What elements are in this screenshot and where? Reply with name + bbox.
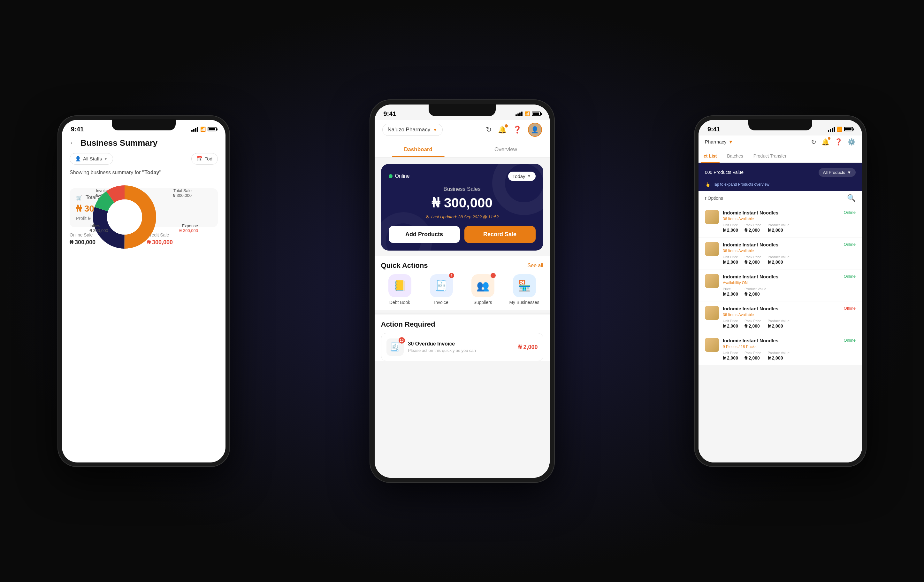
products-value-text: 000 Products Value: [705, 170, 744, 175]
product-thumbnail: [705, 210, 719, 224]
product-thumbnail: [705, 242, 719, 256]
bar1: [191, 130, 193, 132]
businesses-icon-box: 🏪: [513, 274, 536, 297]
cart-icon: 🛒: [76, 195, 82, 201]
pharmacy-name: Na'uzo Pharmacy: [388, 127, 431, 133]
suppliers-badge: !: [490, 273, 496, 278]
refresh-icon[interactable]: ↻: [486, 126, 492, 134]
bar4: [197, 127, 198, 132]
tab-dashboard[interactable]: Dashboard: [375, 142, 462, 157]
tab-product-list[interactable]: ct List: [698, 150, 722, 162]
right-wifi-icon: 📶: [837, 127, 842, 132]
center-screen: 9:41 📶 Na'uzo Pharmac: [375, 104, 549, 478]
debt-book-icon-box: 📒: [388, 274, 411, 297]
inflow-label: Inflow ₦ 300,000: [89, 223, 108, 233]
left-screen: 9:41 📶 ← Business Summar: [62, 120, 226, 463]
product-availability: 36 Items Available: [723, 217, 856, 221]
quick-actions-section: Quick Actions See all 📒 Debt Book 🧾 !: [375, 256, 549, 310]
all-products-dropdown[interactable]: All Products ▼: [818, 168, 856, 177]
overdue-invoice-card[interactable]: 🧾 10 30 Overdue Invoice Please act on th…: [381, 333, 543, 361]
product-prices: Price ₦ 2,000 Product Value ₦ 2,000: [723, 287, 856, 297]
product-status: Online: [843, 242, 856, 247]
center-battery: [532, 112, 541, 116]
center-wifi-icon: 📶: [525, 111, 530, 116]
center-notch: [429, 104, 496, 116]
staff-icon: 👤: [75, 156, 81, 162]
bell-icon[interactable]: 🔔: [498, 126, 507, 134]
suppliers-label: Suppliers: [474, 300, 492, 305]
left-status-icons: 📶: [191, 127, 216, 132]
businesses-icon: 🏪: [518, 279, 531, 292]
product-item[interactable]: Indomie Instant Noodles Offline 36 Items…: [698, 301, 862, 333]
action-icons-row: 📒 Debt Book 🧾 ! Invoice 👥: [381, 274, 543, 305]
filter-options-text: r Options: [705, 195, 723, 201]
product-item[interactable]: Indomie Instant Noodles Online 36 Items …: [698, 238, 862, 270]
svg-point-5: [107, 199, 142, 235]
donut-labels: Invoice ₦ 300,000 Total Sale ₦ 300,000: [89, 182, 198, 252]
staff-arrow-icon: ▼: [104, 157, 108, 161]
right-phone: 9:41 📶 Pharmacy: [694, 116, 866, 467]
see-all-link[interactable]: See all: [528, 263, 543, 268]
product-availability: 36 Items Available: [723, 249, 856, 253]
search-icon[interactable]: 🔍: [847, 194, 856, 202]
all-products-arrow-icon: ▼: [847, 170, 851, 175]
product-item[interactable]: Indomie Instant Noodles Online 36 Items …: [698, 205, 862, 238]
action-businesses[interactable]: 🏪 My Businesses: [506, 274, 543, 305]
invoice-title: 30 Overdue Invoice: [408, 341, 514, 347]
avatar[interactable]: 👤: [528, 123, 542, 137]
tab-product-transfer[interactable]: Product Transfer: [748, 150, 792, 162]
right-bell-icon[interactable]: 🔔: [822, 138, 830, 146]
calendar-icon: 📅: [197, 156, 203, 162]
right-tabs: ct List Batches Product Transfer: [698, 150, 862, 163]
product-item[interactable]: Indomie Instant Noodles Online Availabil…: [698, 270, 862, 301]
product-prices: Unit Price ₦ 2,000 Pack Price ₦ 2,000 Pr…: [723, 319, 856, 329]
expand-text: Tap to expand Products overview: [713, 182, 769, 187]
tab-overview[interactable]: Overview: [462, 142, 549, 157]
product-name: Indomie Instant Noodles: [723, 338, 778, 343]
product-thumbnail: [705, 338, 719, 352]
product-item[interactable]: Indomie Instant Noodles Online 9 Pieces …: [698, 333, 862, 365]
action-required-section: Action Required 🧾 10 30 Overdue Invoice …: [375, 314, 549, 361]
left-phone: 9:41 📶 ← Business Summar: [58, 116, 230, 467]
left-signal: [191, 127, 198, 132]
tab-batches[interactable]: Batches: [722, 150, 748, 162]
invoice-info: 30 Overdue Invoice Please act on this qu…: [408, 341, 514, 353]
products-expand-row[interactable]: 👆 Tap to expand Products overview: [698, 182, 862, 191]
product-name: Indomie Instant Noodles: [723, 274, 778, 279]
action-suppliers[interactable]: 👥 ! Suppliers: [464, 274, 502, 305]
action-invoice[interactable]: 🧾 ! Invoice: [422, 274, 460, 305]
debt-book-label: Debt Book: [389, 300, 410, 305]
product-thumbnail: [705, 274, 719, 288]
product-name: Indomie Instant Noodles: [723, 306, 778, 311]
invoice-subtitle: Please act on this quickly as you can: [408, 348, 514, 353]
pharmacy-arrow-icon: ▼: [433, 127, 437, 132]
help-icon[interactable]: ❓: [513, 126, 521, 134]
right-pharmacy-selector[interactable]: Pharmacy ▼: [705, 139, 733, 144]
right-refresh-icon[interactable]: ↻: [811, 138, 816, 146]
action-debt-book[interactable]: 📒 Debt Book: [381, 274, 419, 305]
pharmacy-selector[interactable]: Na'uzo Pharmacy ▼: [382, 124, 443, 136]
period-filter[interactable]: 📅 Tod: [191, 153, 218, 165]
right-status-icons: 📶: [828, 127, 853, 132]
dashboard-card: Online Today ▼ Business Sales ₦ 300,000 …: [381, 164, 543, 251]
filters-row: 👤 All Staffs ▼ 📅 Tod: [62, 153, 226, 170]
right-notch: [748, 119, 812, 131]
left-notch: [112, 119, 176, 131]
back-arrow-icon[interactable]: ←: [69, 139, 77, 147]
right-bell-badge: [828, 137, 830, 140]
bell-badge: [505, 124, 508, 127]
product-name: Indomie Instant Noodles: [723, 210, 778, 215]
tap-icon: 👆: [705, 182, 710, 187]
right-help-icon[interactable]: ❓: [835, 138, 843, 146]
summary-text: Showing business summary for "Today": [62, 170, 226, 182]
right-settings-icon[interactable]: ⚙️: [848, 138, 856, 146]
product-list: Indomie Instant Noodles Online 36 Items …: [698, 205, 862, 365]
donut-svg: [89, 182, 160, 252]
record-sale-button[interactable]: Record Sale: [464, 226, 536, 243]
businesses-label: My Businesses: [509, 300, 539, 305]
invoice-icon-wrap: 🧾 10: [386, 339, 404, 356]
staff-filter[interactable]: 👤 All Staffs ▼: [69, 153, 113, 165]
product-name: Indomie Instant Noodles: [723, 242, 778, 247]
invoice-icon: 🧾: [435, 279, 448, 292]
products-header-bar: 000 Products Value All Products ▼: [698, 163, 862, 182]
